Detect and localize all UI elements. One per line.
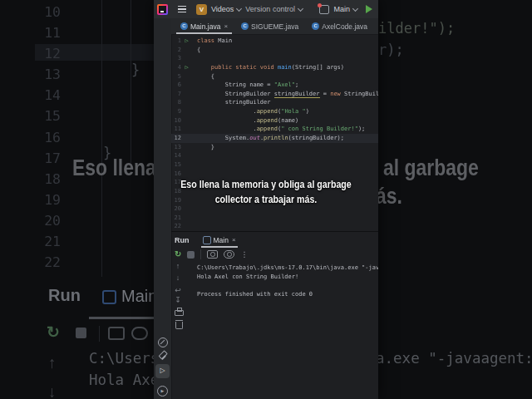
scroll-up-icon[interactable]: ↑: [173, 262, 183, 270]
code-text: stringBuilder: [192, 98, 271, 107]
line-number: 12: [171, 134, 181, 143]
console-output[interactable]: C:\Users\Trabajo\.jdks\ms-17.0.17\bin\ja…: [197, 264, 378, 399]
bg-line-number: 21: [37, 231, 61, 252]
line-number: 4: [171, 63, 181, 72]
code-line[interactable]: 6 String name = "Axel";: [171, 81, 378, 90]
code-line[interactable]: 3: [171, 54, 378, 63]
code-text: {: [192, 72, 214, 81]
subtitle-line-1: Eso llena la memoria y obliga al garbage: [48, 177, 485, 192]
run-gutter-icon[interactable]: ▷: [181, 63, 192, 72]
line-number: 22: [171, 222, 181, 231]
code-line[interactable]: 1▷class Main: [171, 37, 378, 46]
code-text: .append("Hola "): [192, 107, 309, 116]
run-gutter-icon: [181, 222, 192, 231]
line-number: 10: [171, 116, 181, 126]
rerun-button[interactable]: ↻: [175, 250, 181, 259]
main-menu-icon[interactable]: [178, 6, 186, 12]
code-text: {: [192, 46, 200, 55]
run-gutter-icon: [181, 107, 192, 116]
camera-timer-icon[interactable]: [224, 250, 234, 259]
bg-run-label: Run: [48, 286, 81, 305]
code-line[interactable]: 9 .append("Hola "): [171, 107, 378, 116]
code-line[interactable]: 10 .append(name): [171, 116, 378, 126]
bg-down-arrow-icon: ↓: [48, 383, 57, 399]
code-line[interactable]: 14: [171, 151, 378, 160]
run-panel-title: Run: [175, 236, 190, 244]
code-line[interactable]: 11 .append(" con String Builder!");: [171, 125, 378, 134]
scroll-down-icon[interactable]: ↓: [173, 273, 183, 282]
bg-run-tab-icon: [102, 290, 116, 304]
code-line[interactable]: 2{: [171, 46, 378, 55]
bg-run-tab-label: Main: [121, 287, 157, 306]
chevron-down-icon: [352, 5, 358, 11]
subtitle-line-2: collector a trabajar más.: [48, 192, 485, 207]
line-number: 5: [171, 72, 181, 81]
tab-Main.java[interactable]: CMain.java×: [174, 18, 234, 34]
code-line[interactable]: 8 stringBuilder: [171, 98, 378, 107]
stop-button[interactable]: [187, 251, 195, 259]
code-line[interactable]: 15: [171, 160, 378, 170]
bg-line-number: 22: [37, 252, 61, 273]
project-selector[interactable]: Videos: [211, 5, 234, 13]
bg-code-brace: }: [131, 62, 140, 78]
clear-console-icon[interactable]: [175, 322, 183, 329]
subtitle-overlay: Eso llena la memoria y obliga al garbage…: [0, 177, 532, 207]
run-tool-icon-selected[interactable]: ▷: [154, 364, 171, 378]
bg-line-numbers: 10111213141516171819202122: [37, 2, 61, 273]
run-config-name: Main: [333, 5, 350, 13]
code-line[interactable]: 22: [171, 222, 378, 231]
tab-close-icon[interactable]: ×: [224, 22, 228, 30]
code-line[interactable]: 13 }: [171, 143, 378, 152]
bg-line-number: 13: [37, 64, 61, 85]
soft-wrap-icon[interactable]: ↩: [173, 286, 183, 294]
more-options-icon[interactable]: ⋮: [240, 251, 248, 259]
run-console-tab[interactable]: Main ×: [200, 232, 239, 248]
line-number: 7: [171, 90, 181, 99]
code-line[interactable]: 4▷ public static void main(String[] args…: [171, 63, 378, 72]
tab-SIGUEME.java[interactable]: CSIGUEME.java: [234, 18, 305, 34]
run-gutter-icon: [181, 116, 192, 126]
camera-icon[interactable]: [207, 250, 218, 259]
run-button[interactable]: [366, 5, 372, 13]
editor-tab-bar: CMain.java×CSIGUEME.javaCAxelCode.java: [171, 18, 378, 35]
code-text: .append(" con String Builder!");: [192, 125, 365, 134]
run-config-icon: [319, 5, 329, 14]
tab-label: Main.java: [190, 22, 220, 31]
code-line[interactable]: 7 StringBuilder stringBuilder = new Stri…: [171, 90, 378, 99]
bg-line-number: 14: [37, 85, 61, 106]
run-gutter-icon: [181, 54, 192, 63]
console-line: C:\Users\Trabajo\.jdks\ms-17.0.17\bin\ja…: [197, 264, 378, 273]
bg-indent-guide: [101, 0, 102, 277]
run-gutter-icon: [181, 81, 192, 90]
vcs-selector[interactable]: Version control: [245, 5, 295, 13]
print-icon[interactable]: [175, 310, 184, 316]
bg-stop-icon: [76, 328, 86, 338]
line-number: 9: [171, 107, 181, 116]
build-tool-icon[interactable]: [154, 351, 171, 361]
close-icon[interactable]: ×: [232, 236, 236, 244]
tab-AxelCode.java[interactable]: CAxelCode.java: [305, 18, 374, 34]
run-gutter-icon[interactable]: ▷: [181, 37, 192, 46]
scroll-to-end-icon[interactable]: ↧: [173, 296, 183, 304]
commit-tool-icon[interactable]: [154, 337, 171, 347]
intellij-logo-icon: [157, 4, 168, 15]
class-icon: C: [180, 22, 188, 30]
project-icon[interactable]: V: [196, 4, 207, 15]
ide-header: V Videos Version control Main: [154, 0, 378, 19]
code-line[interactable]: 21: [171, 214, 378, 223]
run-gutter-icon: [181, 98, 192, 107]
code-text: [192, 54, 197, 63]
code-line[interactable]: 12 System.out.println(stringBuilder);: [171, 134, 378, 143]
bg-line-number: 10: [37, 2, 61, 22]
bg-code-fragment: r);: [378, 42, 404, 58]
line-number: 15: [171, 160, 181, 170]
bg-rerun-icon: ↻: [47, 323, 60, 342]
line-number: 8: [171, 98, 181, 107]
run-gutter-icon: [181, 143, 192, 152]
services-tool-icon[interactable]: ▶: [154, 386, 171, 397]
run-config-selector[interactable]: Main: [319, 5, 378, 14]
bg-tab-underline: [89, 317, 154, 319]
run-gutter-icon: [181, 134, 192, 143]
bg-line-number: 16: [37, 127, 61, 148]
code-line[interactable]: 5 {: [171, 72, 378, 81]
